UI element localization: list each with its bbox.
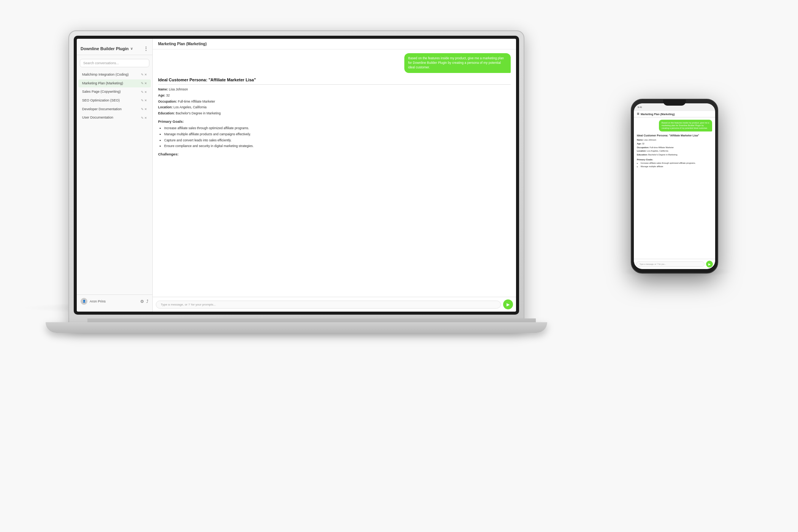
phone-menu-icon: ☰ xyxy=(637,112,639,116)
conv-actions-userdoc: ✎ ✕ xyxy=(141,116,147,120)
phone-send-icon: ▶ xyxy=(708,263,711,266)
conv-name-seo: SEO Optimization (SEO) xyxy=(82,98,141,103)
user-avatar: 👤 xyxy=(81,298,87,305)
conv-item-seo[interactable]: SEO Optimization (SEO) ✎ ✕ xyxy=(78,97,151,105)
conv-item-marketing[interactable]: Marketing Plan (Marketing) ✎ ✕ xyxy=(78,79,151,88)
conv-item-mailchimp[interactable]: Mailchimp Integration (Coding) ✎ ✕ xyxy=(78,71,151,79)
challenges-heading: Challenges: xyxy=(158,152,511,157)
phone-screen-bezel: 9:41 ☰ Marketing Plan (Marketing) Based … xyxy=(634,103,715,269)
phone-header: ☰ Marketing Plan (Marketing) xyxy=(634,111,715,117)
conv-item-userdoc[interactable]: User Documentation ✎ ✕ xyxy=(78,114,151,122)
sidebar-header: Downline Builder Plugin ∨ ⋮ xyxy=(77,43,152,55)
share-icon[interactable]: ⤴ xyxy=(146,299,149,304)
user-message-bubble: Based on the features inside my product,… xyxy=(404,53,511,73)
conv-actions-mailchimp: ✎ ✕ xyxy=(141,73,147,76)
user-name-label: Aron Prins xyxy=(90,299,106,303)
laptop-screen: Downline Builder Plugin ∨ ⋮ Search conve… xyxy=(77,39,516,312)
goal-3: Capture and convert leads into sales eff… xyxy=(164,138,511,143)
conv-name-devdoc: Developer Documentation xyxy=(82,107,141,112)
phone-ai-title: Ideal Customer Persona: "Affiliate Marke… xyxy=(637,134,712,138)
phone-message-input[interactable]: Type a message, or '/' for you... xyxy=(636,261,705,267)
plugin-dots-icon: ⋮ xyxy=(143,46,149,52)
messages-area: Based on the features inside my product,… xyxy=(153,49,516,297)
phone-screen: 9:41 ☰ Marketing Plan (Marketing) Based … xyxy=(634,103,715,269)
conv-actions-marketing: ✎ ✕ xyxy=(141,82,147,85)
conversation-list: Mailchimp Integration (Coding) ✎ ✕ Marke… xyxy=(77,70,152,294)
ai-location: Location: Los Angeles, California xyxy=(158,105,511,110)
ai-occupation: Occupation: Full-time Affiliate Marketer xyxy=(158,99,511,104)
phone-goal-2: Manage multiple affiliate xyxy=(641,165,712,168)
search-conversations-input[interactable]: Search conversations... xyxy=(80,59,149,67)
plugin-chevron-icon: ∨ xyxy=(130,47,133,51)
phone-send-button[interactable]: ▶ xyxy=(706,261,713,268)
main-chat: Marketing Plan (Marketing) Based on the … xyxy=(153,39,516,312)
chat-app: Downline Builder Plugin ∨ ⋮ Search conve… xyxy=(77,39,516,312)
sidebar-footer: 👤 Aron Prins ⚙ ⤴ xyxy=(77,294,152,308)
footer-icons: ⚙ ⤴ xyxy=(140,299,149,304)
laptop-body: Downline Builder Plugin ∨ ⋮ Search conve… xyxy=(68,30,524,327)
ai-education: Education: Bachelor's Degree in Marketin… xyxy=(158,111,511,116)
laptop-screen-bezel: Downline Builder Plugin ∨ ⋮ Search conve… xyxy=(74,36,519,315)
phone: 9:41 ☰ Marketing Plan (Marketing) Based … xyxy=(631,99,718,274)
phone-body: 9:41 ☰ Marketing Plan (Marketing) Based … xyxy=(631,99,718,274)
conv-actions-devdoc: ✎ ✕ xyxy=(141,108,147,111)
phone-user-bubble: Based on the features inside my product,… xyxy=(659,120,712,131)
phone-ai-education: Education: Bachelor's Degree in Marketin… xyxy=(637,154,712,157)
goal-1: Increase affiliate sales through optimiz… xyxy=(164,126,511,131)
message-input[interactable]: Type a message, or '/' for your prompts.… xyxy=(156,301,501,309)
phone-input-area: Type a message, or '/' for you... ▶ xyxy=(634,259,715,269)
phone-input-placeholder: Type a message, or '/' for you... xyxy=(640,263,666,265)
primary-goals-heading: Primary Goals: xyxy=(158,119,511,124)
phone-chat-title: Marketing Plan (Marketing) xyxy=(641,113,674,116)
message-input-placeholder: Type a message, or '/' for your prompts.… xyxy=(161,303,216,306)
conv-name-sales: Sales Page (Copywriting) xyxy=(82,90,141,94)
conv-actions-sales: ✎ ✕ xyxy=(141,90,147,94)
goals-list: Increase affiliate sales through optimiz… xyxy=(158,126,511,149)
phone-ai-name: Name: Lisa Johnson xyxy=(637,139,712,142)
phone-time: 9:41 xyxy=(638,106,642,108)
conv-name-userdoc: User Documentation xyxy=(82,116,141,120)
ai-response: Ideal Customer Persona: "Affiliate Marke… xyxy=(158,77,511,157)
phone-goals-list: Increase affiliate sales through optimiz… xyxy=(637,162,712,168)
phone-goal-1: Increase affiliate sales through optimiz… xyxy=(641,162,712,165)
conv-actions-seo: ✎ ✕ xyxy=(141,99,147,102)
phone-primary-goals-heading: Primary Goals: xyxy=(637,158,712,161)
laptop: Downline Builder Plugin ∨ ⋮ Search conve… xyxy=(68,30,555,357)
sidebar: Downline Builder Plugin ∨ ⋮ Search conve… xyxy=(77,39,153,312)
goal-2: Manage multiple affiliate products and c… xyxy=(164,132,511,137)
ai-title: Ideal Customer Persona: "Affiliate Marke… xyxy=(158,77,511,85)
settings-icon[interactable]: ⚙ xyxy=(140,299,144,304)
phone-ai-age: Age: 32 xyxy=(637,142,712,146)
send-icon: ▶ xyxy=(507,302,510,307)
conv-item-devdoc[interactable]: Developer Documentation ✎ ✕ xyxy=(78,105,151,114)
laptop-base xyxy=(46,322,547,333)
conv-name-mailchimp: Mailchimp Integration (Coding) xyxy=(82,73,141,77)
send-button[interactable]: ▶ xyxy=(503,299,513,309)
phone-ai-location: Location: Los Angeles, California xyxy=(637,150,712,153)
goal-4: Ensure compliance and security in digita… xyxy=(164,144,511,149)
phone-messages: Based on the features inside my product,… xyxy=(634,117,715,259)
scene: Downline Builder Plugin ∨ ⋮ Search conve… xyxy=(0,0,798,532)
ai-name: Name: Lisa Johnson xyxy=(158,87,511,92)
ai-age: Age: 32 xyxy=(158,93,511,98)
search-placeholder: Search conversations... xyxy=(83,61,119,65)
chat-input-area: Type a message, or '/' for your prompts.… xyxy=(153,297,516,312)
phone-ai-occupation: Occupation: Full-time Affiliate Marketer xyxy=(637,146,712,149)
conv-name-marketing: Marketing Plan (Marketing) xyxy=(82,81,141,86)
conv-item-sales[interactable]: Sales Page (Copywriting) ✎ ✕ xyxy=(78,88,151,96)
phone-notch xyxy=(663,100,686,106)
plugin-name-label: Downline Builder Plugin xyxy=(81,46,129,51)
chat-title: Marketing Plan (Marketing) xyxy=(153,39,516,49)
phone-ai-response: Ideal Customer Persona: "Affiliate Marke… xyxy=(637,134,712,168)
